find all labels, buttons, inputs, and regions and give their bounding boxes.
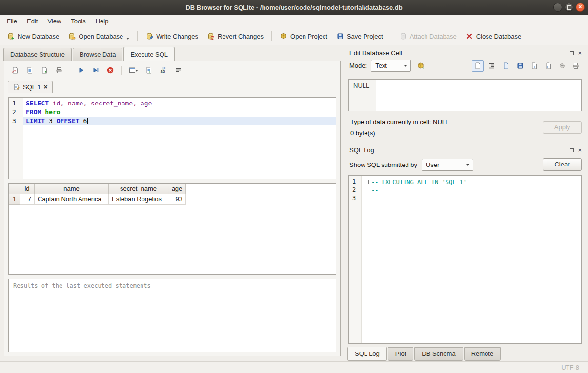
find-replace-icon[interactable]: ab — [158, 64, 169, 76]
sql-log-dock-header: SQL Log — [347, 143, 583, 156]
table-row[interactable]: 1 7 Captain North America Esteban Rogeli… — [9, 194, 186, 204]
fold-marker[interactable] — [362, 178, 371, 186]
menu-help[interactable]: Help — [91, 16, 114, 27]
code-line-2: FROM hero — [23, 108, 336, 117]
sql-save-file-icon[interactable] — [39, 64, 50, 76]
menu-file[interactable]: File — [2, 16, 22, 27]
sql-print-icon[interactable] — [53, 64, 65, 76]
titlebar[interactable]: DB Browser for SQLite - /home/user/code/… — [0, 0, 588, 15]
database-new-icon — [7, 32, 15, 40]
menu-tools[interactable]: Tools — [66, 16, 90, 27]
clear-button[interactable]: Clear — [543, 158, 582, 171]
close-icon[interactable] — [576, 3, 585, 12]
maximize-icon[interactable] — [565, 3, 573, 12]
toolbar-separator — [271, 31, 272, 41]
menu-edit[interactable]: Edit — [22, 16, 42, 27]
database-revert-icon — [207, 32, 215, 40]
table-header-row: id name secret_name age — [9, 184, 186, 194]
close-dock-icon[interactable] — [578, 146, 582, 154]
cell-secret-name[interactable]: Esteban Rogelios — [109, 194, 168, 204]
log-filter-label: Show SQL submitted by — [349, 161, 417, 168]
indent-text-icon[interactable] — [486, 60, 498, 72]
line-number-gutter: 1 2 3 — [9, 98, 23, 179]
detach-tab-icon[interactable] — [126, 64, 140, 76]
cell-id[interactable]: 7 — [20, 194, 35, 204]
status-separator — [555, 364, 555, 371]
set-null-icon[interactable] — [557, 61, 568, 71]
toolbar-label: Write Changes — [156, 33, 198, 40]
import-cell-data-icon[interactable] — [415, 60, 426, 72]
new-database-button[interactable]: New Database — [3, 30, 63, 42]
line-number: 2 — [349, 186, 361, 194]
log-filter-select[interactable]: User — [422, 159, 473, 171]
close-tab-icon[interactable] — [43, 83, 47, 91]
column-header-secret-name[interactable]: secret_name — [109, 184, 168, 194]
execute-sql-panel: ab SQL 1 1 2 3 — [4, 61, 341, 356]
sql-log-title: SQL Log — [349, 146, 374, 154]
left-pane: Database Structure Browse Data Execute S… — [0, 45, 345, 361]
edit-text-icon[interactable] — [472, 60, 484, 72]
sql-new-tab-icon[interactable] — [9, 64, 21, 76]
log-line-number-gutter: 1 2 3 — [349, 176, 362, 343]
open-project-button[interactable]: Open Project — [276, 30, 331, 42]
edit-cell-dock-header: Edit Database Cell — [347, 45, 583, 59]
execute-line-icon[interactable] — [90, 64, 101, 76]
tab-browse-data[interactable]: Browse Data — [73, 48, 122, 61]
menu-view[interactable]: View — [42, 16, 66, 27]
float-dock-icon[interactable] — [570, 51, 574, 55]
export-arrow-icon[interactable] — [543, 60, 554, 72]
column-header-id[interactable]: id — [20, 184, 35, 194]
word-wrap-icon[interactable] — [172, 64, 184, 76]
window-title: DB Browser for SQLite - /home/user/code/… — [0, 4, 588, 11]
execute-all-icon[interactable] — [75, 64, 87, 76]
sql-open-file-icon[interactable] — [24, 64, 36, 76]
results-message[interactable]: Results of the last executed statements — [8, 279, 336, 352]
cell-name[interactable]: Captain North America — [35, 194, 109, 204]
results-table[interactable]: id name secret_name age 1 7 Captain Nort… — [8, 183, 336, 275]
column-header-age[interactable]: age — [168, 184, 186, 194]
revert-changes-button[interactable]: Revert Changes — [203, 30, 267, 42]
mode-select[interactable]: Text — [371, 60, 411, 72]
row-header: 1 — [9, 194, 20, 204]
toolbar-label: Open Database — [79, 33, 123, 40]
minimize-icon[interactable] — [553, 3, 562, 12]
cell-size-info: 0 byte(s) — [350, 127, 449, 139]
sql-keyword: LIMIT — [26, 117, 45, 124]
cell-mode-icons — [472, 60, 582, 72]
close-database-button[interactable]: Close Database — [462, 30, 526, 42]
toolbar-label: Revert Changes — [218, 33, 264, 40]
export-csv-icon[interactable] — [143, 64, 155, 76]
sql-number: 6 — [80, 117, 87, 124]
log-text: -- — [371, 187, 378, 194]
cell-editor[interactable]: NULL — [348, 79, 582, 111]
encoding-indicator[interactable]: UTF-8 — [561, 364, 579, 371]
tab-execute-sql[interactable]: Execute SQL — [123, 47, 175, 61]
column-header-name[interactable]: name — [35, 184, 109, 194]
tab-plot[interactable]: Plot — [388, 347, 413, 361]
sql-log-view[interactable]: 1 2 3 -- EXECUTING ALL IN 'SQL 1' -- — [348, 175, 582, 344]
stop-icon[interactable] — [104, 64, 116, 76]
write-changes-button[interactable]: Write Changes — [142, 30, 202, 42]
toolbar-separator — [137, 31, 138, 41]
tab-sql-log[interactable]: SQL Log — [347, 347, 387, 361]
tab-remote[interactable]: Remote — [464, 347, 501, 361]
tab-db-schema[interactable]: DB Schema — [414, 347, 463, 361]
sql-editor[interactable]: 1 2 3 SELECT id, name, secret_name, age … — [8, 97, 336, 179]
toolbar-label: Close Database — [476, 33, 522, 40]
log-content: -- EXECUTING ALL IN 'SQL 1' -- — [362, 176, 581, 343]
sql1-tab[interactable]: SQL 1 — [8, 81, 53, 93]
save-project-button[interactable]: Save Project — [332, 30, 387, 42]
tab-database-structure[interactable]: Database Structure — [3, 48, 72, 61]
cell-age[interactable]: 93 — [168, 194, 186, 204]
print-cell-icon[interactable] — [570, 60, 582, 72]
main-tab-bar: Database Structure Browse Data Execute S… — [0, 47, 345, 61]
float-dock-icon[interactable] — [570, 148, 574, 152]
save-cell-icon[interactable] — [514, 60, 526, 72]
mode-value: Text — [375, 62, 387, 69]
binary-doc-icon[interactable] — [500, 60, 512, 72]
fold-guide — [362, 186, 371, 194]
close-dock-icon[interactable] — [578, 49, 582, 57]
open-database-button[interactable]: Open Database — [64, 30, 133, 42]
import-arrow-icon[interactable] — [528, 60, 540, 72]
log-line-1: -- EXECUTING ALL IN 'SQL 1' — [362, 178, 581, 186]
